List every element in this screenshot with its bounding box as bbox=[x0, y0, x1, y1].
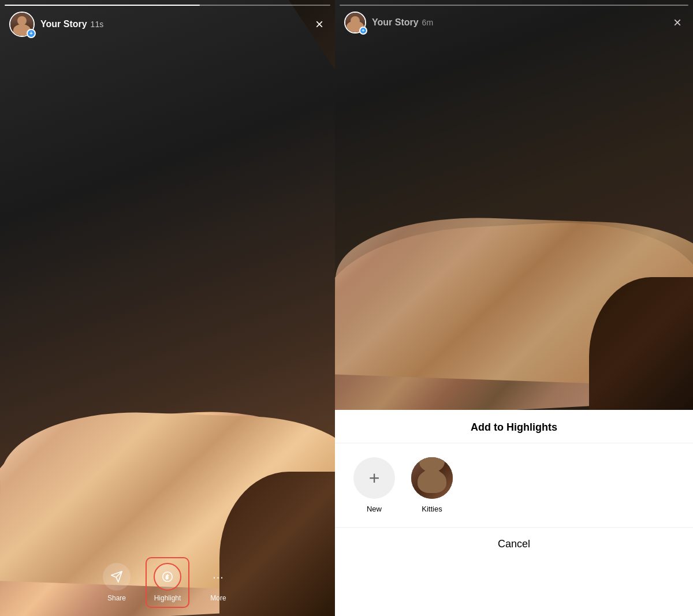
highlights-sheet: Add to Highlights + New Kitties bbox=[335, 410, 693, 616]
kitties-highlight-item[interactable]: Kitties bbox=[411, 457, 453, 513]
left-story-background bbox=[0, 0, 335, 616]
close-button-left[interactable]: × bbox=[313, 15, 326, 33]
highlight-label: Highlight bbox=[154, 594, 181, 602]
left-progress-bar bbox=[5, 5, 330, 6]
more-button[interactable]: ··· More bbox=[204, 563, 232, 602]
left-story-header: + Your Story 11s × bbox=[0, 12, 335, 37]
bottom-actions: Share Highlight ··· More bbox=[0, 561, 335, 604]
more-label: More bbox=[210, 594, 226, 602]
highlights-content: + New Kitties bbox=[335, 443, 693, 527]
right-story-visuals bbox=[335, 0, 693, 410]
share-button[interactable]: Share bbox=[103, 563, 131, 602]
kitties-highlight-circle bbox=[411, 457, 453, 499]
right-story-panel: + Your Story 6m × Add to Highlights + Ne… bbox=[335, 0, 693, 616]
right-progress-bar bbox=[340, 5, 688, 6]
avatar-container-right: + bbox=[344, 12, 366, 33]
new-highlight-circle: + bbox=[353, 457, 395, 499]
story-time-right: 6m bbox=[422, 18, 433, 27]
more-icon: ··· bbox=[204, 563, 232, 591]
new-highlight-item[interactable]: + New bbox=[353, 457, 395, 513]
right-story-background: + Your Story 6m × bbox=[335, 0, 693, 410]
story-info-right: Your Story 6m bbox=[372, 17, 671, 28]
share-icon bbox=[103, 563, 131, 591]
kitties-highlight-label: Kitties bbox=[422, 505, 442, 513]
right-story-header: + Your Story 6m × bbox=[335, 12, 693, 33]
avatar-container: + bbox=[9, 12, 35, 37]
highlight-button[interactable]: Highlight bbox=[149, 561, 186, 604]
kitty-thumbnail bbox=[411, 457, 453, 499]
close-button-right[interactable]: × bbox=[671, 13, 684, 32]
highlights-header: Add to Highlights bbox=[335, 410, 693, 443]
story-info-left: Your Story 11s bbox=[40, 19, 313, 29]
story-time-left: 11s bbox=[91, 20, 104, 29]
left-story-panel: + Your Story 11s × Share bbox=[0, 0, 335, 616]
new-highlight-label: New bbox=[367, 505, 382, 513]
share-label: Share bbox=[107, 594, 126, 602]
cancel-button[interactable]: Cancel bbox=[335, 528, 693, 561]
highlights-title: Add to Highlights bbox=[471, 421, 557, 433]
story-title-left: Your Story bbox=[40, 19, 87, 29]
story-title-right: Your Story bbox=[372, 17, 419, 28]
highlight-icon bbox=[154, 563, 181, 591]
plus-badge-right: + bbox=[359, 27, 367, 35]
plus-badge: + bbox=[27, 29, 36, 38]
